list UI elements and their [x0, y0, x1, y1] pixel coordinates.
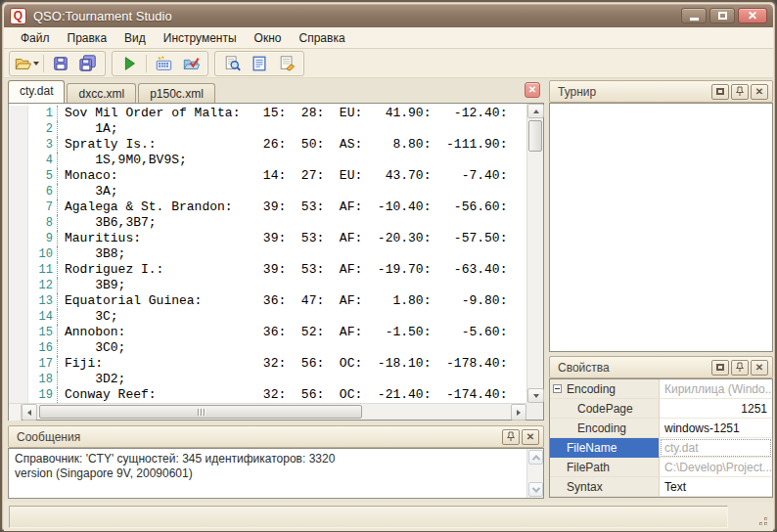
property-row-encoding[interactable]: Encodingwindows-1251	[550, 419, 772, 438]
run-button[interactable]	[116, 53, 142, 74]
scroll-down-button[interactable]	[528, 482, 543, 497]
editor-horizontal-scrollbar[interactable]	[9, 403, 526, 420]
editor-line[interactable]: 15Annobon: 36: 52: AF: -1.50: -5.60:	[9, 325, 526, 340]
scroll-right-button[interactable]	[511, 404, 526, 421]
property-label-text: CodePage	[577, 402, 633, 416]
property-value[interactable]: C:\Develop\Project...	[660, 458, 772, 477]
editor-line[interactable]: 9Mauritius: 39: 53: AF: -20.30: -57.50:	[9, 231, 526, 246]
window-title: QSO:Tournament Studio	[33, 9, 172, 23]
line-number: 5	[28, 168, 58, 184]
properties-close-button[interactable]: ✕	[751, 360, 768, 376]
tournament-maximize-button[interactable]	[711, 84, 729, 100]
minimize-button[interactable]	[681, 8, 707, 23]
tournament-pin-button[interactable]	[731, 84, 749, 100]
editor-line[interactable]: 1Sov Mil Order of Malta: 15: 28: EU: 41.…	[9, 106, 526, 121]
menu-item-3[interactable]: Вид	[115, 29, 155, 47]
editor-line[interactable]: 8 3B6,3B7;	[9, 215, 526, 231]
editor-line[interactable]: 14 3C;	[9, 309, 526, 325]
property-value[interactable]: Кириллица (Windo...	[660, 379, 772, 399]
property-label: CodePage	[550, 399, 660, 419]
property-value[interactable]: Text	[660, 477, 772, 497]
resize-grip-icon[interactable]	[756, 514, 768, 526]
editor-vertical-scrollbar[interactable]	[526, 104, 543, 403]
splitter-box[interactable]	[9, 404, 22, 421]
property-label-text: FileName	[567, 441, 617, 455]
messages-header[interactable]: Сообщения ✕	[8, 425, 544, 448]
line-number: 12	[28, 278, 58, 293]
menu-item-5[interactable]: Окно	[246, 29, 291, 47]
editor-line[interactable]: 12 3B9;	[9, 278, 526, 293]
scroll-down-button[interactable]	[527, 388, 544, 403]
tournament-close-button[interactable]: ✕	[751, 84, 768, 100]
messages-scrollbar[interactable]	[526, 449, 543, 498]
editor-line[interactable]: 10 3B8;	[9, 246, 526, 262]
line-text: 1A;	[58, 121, 118, 137]
editor-line[interactable]: 16 3C0;	[9, 340, 526, 356]
property-value[interactable]: 1251	[660, 399, 772, 419]
line-number: 2	[28, 121, 58, 137]
menu-item-2[interactable]: Правка	[59, 29, 116, 47]
vertical-scroll-track[interactable]	[527, 154, 543, 388]
validate-file-button[interactable]	[178, 53, 204, 74]
property-value[interactable]: windows-1251	[660, 419, 772, 438]
horizontal-scroll-thumb[interactable]	[39, 405, 362, 419]
code-editor[interactable]: 1Sov Mil Order of Malta: 15: 28: EU: 41.…	[8, 103, 544, 421]
close-icon: ✕	[755, 87, 763, 97]
file-properties-button[interactable]	[274, 53, 299, 74]
properties-maximize-button[interactable]	[711, 360, 729, 376]
toolbar	[4, 49, 773, 78]
editor-line[interactable]: 18 3D2;	[9, 372, 526, 387]
find-in-files-button[interactable]	[219, 53, 245, 74]
tab-p150c.xml[interactable]: p150c.xml	[138, 83, 215, 103]
properties-header[interactable]: Свойства ✕	[549, 356, 773, 378]
scroll-left-button[interactable]	[22, 404, 37, 421]
document-close-button[interactable]: ✕	[525, 82, 540, 98]
editor-line[interactable]: 6 3A;	[9, 184, 526, 200]
open-file-button[interactable]	[14, 53, 39, 74]
property-row-syntax[interactable]: SyntaxText	[550, 477, 772, 497]
vertical-scroll-thumb[interactable]	[528, 120, 542, 152]
line-number: 16	[28, 340, 58, 356]
insert-template-button[interactable]	[151, 53, 176, 74]
editor-line[interactable]: 2 1A;	[9, 121, 526, 137]
maximize-button[interactable]	[709, 8, 735, 23]
messages-pin-button[interactable]	[502, 429, 520, 445]
property-row-filepath[interactable]: FilePathC:\Develop\Project...	[550, 458, 772, 477]
horizontal-scroll-track[interactable]	[37, 404, 511, 420]
scroll-up-button[interactable]	[528, 450, 543, 465]
property-value[interactable]: cty.dat	[660, 438, 772, 458]
tournament-panel: Турнир ✕	[549, 80, 773, 353]
close-button[interactable]: ✕	[738, 8, 767, 23]
editor-line[interactable]: 13Equatorial Guinea: 36: 47: AF: 1.80: -…	[9, 293, 526, 309]
save-button[interactable]	[48, 53, 73, 74]
tab-dxcc.xml[interactable]: dxcc.xml	[67, 83, 136, 103]
property-row-encoding[interactable]: EncodingКириллица (Windo...	[550, 379, 772, 399]
title-bar[interactable]: Q QSO:Tournament Studio ✕	[4, 4, 773, 27]
scroll-up-button[interactable]	[527, 104, 544, 118]
editor-line[interactable]: 4 1S,9M0,BV9S;	[9, 153, 526, 168]
property-row-filename[interactable]: FileNamecty.dat	[550, 438, 772, 458]
save-all-button[interactable]	[75, 53, 101, 74]
property-row-codepage[interactable]: CodePage1251	[550, 399, 772, 419]
editor-line[interactable]: 11Rodriguez I.: 39: 53: AF: -19.70: -63.…	[9, 262, 526, 278]
editor-line[interactable]: 19Conway Reef: 32: 56: OC: -21.40: -174.…	[9, 387, 526, 403]
line-text: Spratly Is.: 26: 50: AS: 8.80: -111.90:	[58, 137, 507, 153]
tab-cty.dat[interactable]: cty.dat	[8, 80, 65, 103]
editor-text-area[interactable]: 1Sov Mil Order of Malta: 15: 28: EU: 41.…	[9, 104, 526, 403]
menu-item-4[interactable]: Инструменты	[155, 29, 246, 47]
view-report-button[interactable]	[247, 53, 272, 74]
menu-item-1[interactable]: Файл	[12, 29, 59, 47]
tournament-header[interactable]: Турнир ✕	[549, 80, 773, 103]
editor-line[interactable]: 3Spratly Is.: 26: 50: AS: 8.80: -111.90:	[9, 137, 526, 153]
messages-close-button[interactable]: ✕	[522, 429, 539, 445]
editor-line[interactable]: 17Fiji: 32: 56: OC: -18.10: -178.40:	[9, 356, 526, 372]
toolbar-group-run	[112, 51, 208, 76]
editor-margin	[9, 262, 28, 278]
editor-line[interactable]: 5Monaco: 14: 27: EU: 43.70: -7.40:	[9, 168, 526, 184]
collapse-icon[interactable]	[553, 384, 562, 393]
editor-margin	[9, 137, 28, 153]
properties-pin-button[interactable]	[731, 360, 749, 376]
menu-item-6[interactable]: Справка	[291, 29, 354, 47]
tournament-content[interactable]	[549, 103, 773, 352]
editor-line[interactable]: 7Agalega & St. Brandon: 39: 53: AF: -10.…	[9, 200, 526, 215]
